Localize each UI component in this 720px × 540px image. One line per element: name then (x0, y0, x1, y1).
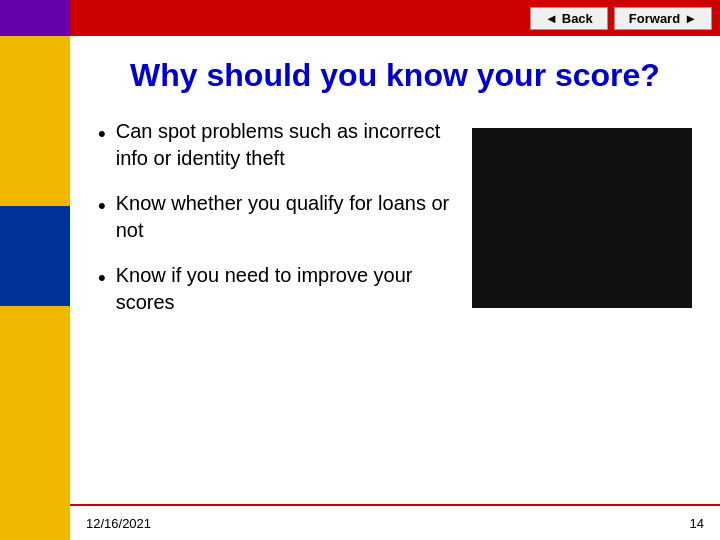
bullet-list: • Can spot problems such as incorrect in… (98, 118, 452, 488)
footer-page-number: 14 (690, 516, 704, 531)
footer-date: 12/16/2021 (86, 516, 151, 531)
sidebar-blue (0, 206, 70, 306)
top-bar: ◄ Back Forward ► (0, 0, 720, 36)
bullet-dot-2: • (98, 191, 106, 221)
top-bar-red: ◄ Back Forward ► (70, 0, 720, 36)
top-bar-purple (0, 0, 70, 36)
forward-button[interactable]: Forward ► (614, 7, 712, 30)
back-arrow-icon: ◄ (545, 11, 558, 26)
slide-image (472, 128, 692, 308)
bullet-dot-3: • (98, 263, 106, 293)
list-item: • Know if you need to improve your score… (98, 262, 452, 316)
back-label: Back (562, 11, 593, 26)
bullet-text-3: Know if you need to improve your scores (116, 262, 452, 316)
list-item: • Can spot problems such as incorrect in… (98, 118, 452, 172)
forward-label: Forward (629, 11, 680, 26)
bullet-text-1: Can spot problems such as incorrect info… (116, 118, 452, 172)
left-sidebar (0, 36, 70, 540)
bottom-bar: 12/16/2021 14 (0, 504, 720, 540)
bottom-yellow (0, 504, 70, 540)
content-area: • Can spot problems such as incorrect in… (98, 118, 692, 488)
back-button[interactable]: ◄ Back (530, 7, 608, 30)
list-item: • Know whether you qualify for loans or … (98, 190, 452, 244)
bullet-text-2: Know whether you qualify for loans or no… (116, 190, 452, 244)
main-content: Why should you know your score? • Can sp… (70, 36, 720, 504)
forward-arrow-icon: ► (684, 11, 697, 26)
bullet-dot-1: • (98, 119, 106, 149)
bottom-white: 12/16/2021 14 (70, 504, 720, 540)
sidebar-yellow-top (0, 36, 70, 206)
slide-title: Why should you know your score? (98, 56, 692, 94)
